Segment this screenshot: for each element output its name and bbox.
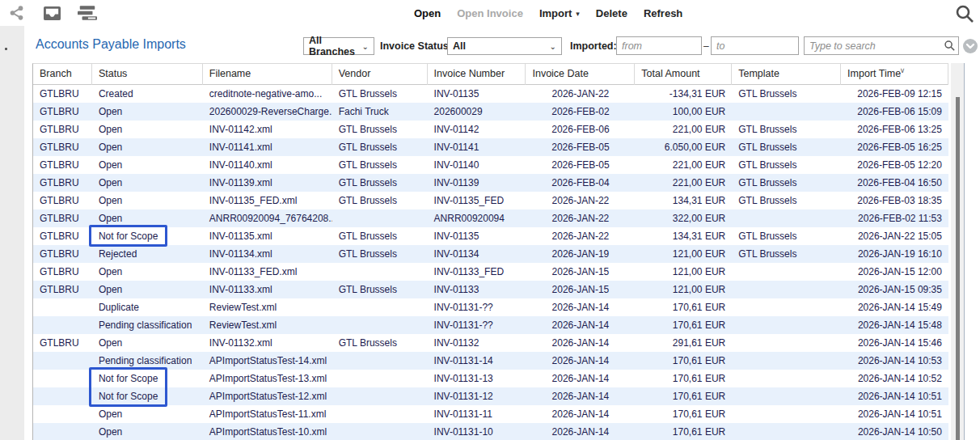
cell-total_amount: 121,00 EUR	[635, 263, 732, 281]
cell-total_amount: 322,00 EUR	[635, 209, 732, 227]
cell-invoice_number: INV-01131-??	[428, 298, 526, 316]
collapsed-left-panel[interactable]	[0, 26, 24, 440]
rows-icon[interactable]	[78, 4, 97, 22]
column-header-template[interactable]: Template	[732, 64, 841, 85]
cell-invoice_date: 2026-JAN-14	[526, 405, 635, 423]
cell-import_time: 2026-JAN-14 10:52	[841, 370, 948, 387]
cell-invoice_number: INV-01131-10	[428, 423, 526, 440]
cell-branch: GTLBRU	[33, 227, 92, 245]
cell-status: Open	[92, 334, 203, 352]
cell-template: GTL Brussels	[732, 138, 841, 156]
table-row[interactable]: GTLBRUOpen202600029-ReverseCharge...Fach…	[33, 103, 948, 121]
column-header-status[interactable]: Status	[92, 64, 203, 85]
cell-total_amount: 221,00 EUR	[635, 121, 732, 138]
search-icon[interactable]	[944, 40, 956, 52]
cell-filename: APImportStatusTest-12.xml	[203, 387, 332, 405]
cell-template	[732, 103, 841, 121]
cell-vendor: GTL Brussels	[332, 334, 428, 352]
table-row[interactable]: DuplicateReviewTest.xmlINV-01131-??2026-…	[33, 298, 948, 316]
table-row[interactable]: GTLBRUOpenINV-01139.xmlGTL BrusselsINV-0…	[33, 174, 948, 192]
cell-import_time: 2026-JAN-14 15:46	[841, 334, 948, 352]
cell-import_time: 2026-FEB-04 16:50	[841, 174, 948, 192]
column-header-label: Branch	[40, 68, 72, 79]
cell-status: Not for Scope	[92, 370, 203, 387]
cell-template: GTL Brussels	[732, 156, 841, 174]
cell-status: Duplicate	[92, 298, 203, 316]
cell-import_time: 2026-JAN-22 15:05	[841, 227, 948, 245]
open-invoice-button[interactable]: Open Invoice	[457, 7, 523, 19]
scrollbar-thumb[interactable]	[956, 97, 960, 440]
table-row[interactable]: GTLBRUOpenANRR00920094_76764208...ANRR00…	[33, 209, 948, 227]
table-search-input[interactable]	[805, 37, 942, 54]
cell-total_amount: 221,00 EUR	[635, 156, 732, 174]
refresh-button[interactable]: Refresh	[644, 7, 682, 19]
cell-status: Open	[92, 263, 203, 281]
table-row[interactable]: OpenAPImportStatusTest-10.xmlINV-01131-1…	[33, 423, 948, 440]
cell-invoice_number: INV-01133_FED	[428, 263, 526, 281]
open-button[interactable]: Open	[414, 7, 441, 19]
cell-invoice_date: 2026-JAN-22	[526, 209, 635, 227]
table-row[interactable]: GTLBRUOpenINV-01140.xmlGTL BrusselsINV-0…	[33, 156, 948, 174]
cell-branch	[33, 370, 92, 387]
inbox-icon[interactable]	[42, 4, 61, 22]
table-row[interactable]: GTLBRUNot for ScopeINV-01135.xmlGTL Brus…	[33, 227, 948, 245]
branch-filter-dropdown[interactable]: All Branches ⌄	[303, 37, 374, 55]
top-toolbar: Open Open Invoice Import▾ Delete Refresh	[0, 0, 980, 26]
cell-filename: APImportStatusTest-11.xml	[203, 405, 332, 423]
cell-branch: GTLBRU	[33, 192, 92, 209]
column-header-total_amount[interactable]: Total Amount	[635, 64, 732, 85]
cell-invoice_date: 2026-JAN-22	[526, 192, 635, 209]
global-search-icon[interactable]	[954, 3, 975, 24]
table-row[interactable]: GTLBRUOpenINV-01135_FED.xmlGTL BrusselsI…	[33, 192, 948, 209]
cell-import_time: 2026-JAN-14 10:51	[841, 405, 948, 423]
cell-status: Not for Scope	[92, 387, 203, 405]
imported-to-input[interactable]	[711, 36, 799, 55]
cell-template	[732, 334, 841, 352]
cell-invoice_date: 2026-JAN-14	[526, 423, 635, 440]
cell-total_amount: 134,31 EUR	[635, 227, 732, 245]
cell-import_time: 2026-JAN-14 15:49	[841, 298, 948, 316]
cell-invoice_number: INV-01131-??	[428, 316, 526, 334]
delete-button[interactable]: Delete	[596, 7, 627, 19]
column-header-branch[interactable]: Branch	[33, 64, 92, 85]
table-row[interactable]: GTLBRURejectedINV-01134.xmlGTL BrusselsI…	[33, 245, 948, 263]
table-row[interactable]: Not for ScopeAPImportStatusTest-12.xmlIN…	[33, 387, 948, 405]
cell-branch: GTLBRU	[33, 263, 92, 281]
cell-import_time: 2026-FEB-05 16:25	[841, 138, 948, 156]
cell-branch: GTLBRU	[33, 174, 92, 192]
import-button[interactable]: Import▾	[539, 7, 580, 19]
table-row[interactable]: GTLBRUOpenINV-01132.xmlGTL BrusselsINV-0…	[33, 334, 948, 352]
cell-branch	[33, 352, 92, 370]
column-header-invoice_date[interactable]: Invoice Date	[526, 64, 635, 85]
cell-invoice_number: INV-01140	[428, 156, 526, 174]
cell-filename: INV-01140.xml	[203, 156, 332, 174]
table-row[interactable]: GTLBRUOpenINV-01133_FED.xmlINV-01133_FED…	[33, 263, 948, 281]
cell-import_time: 2026-FEB-06 15:09	[841, 103, 948, 121]
cell-template	[732, 281, 841, 298]
share-icon[interactable]	[6, 4, 26, 22]
cell-invoice_number: INV-01141	[428, 138, 526, 156]
table-row[interactable]: GTLBRUOpenINV-01142.xmlGTL BrusselsINV-0…	[33, 121, 948, 138]
column-header-import_time[interactable]: Import Time∨	[841, 64, 948, 85]
cell-status: Open	[92, 103, 203, 121]
table-row[interactable]: Pending classificationAPImportStatusTest…	[33, 352, 948, 370]
cell-vendor	[332, 423, 428, 440]
column-header-invoice_number[interactable]: Invoice Number	[428, 64, 526, 85]
cell-invoice_date: 2026-FEB-05	[526, 138, 635, 156]
column-header-vendor[interactable]: Vendor	[332, 64, 428, 85]
table-row[interactable]: GTLBRUCreatedcreditnote-negative-amo...G…	[33, 85, 948, 103]
invoice-status-dropdown[interactable]: All ⌄	[447, 37, 562, 55]
cell-status: Pending classification	[92, 352, 203, 370]
expand-filter-panel-icon[interactable]	[963, 39, 978, 53]
table-row[interactable]: Pending classificationReviewTest.xmlINV-…	[33, 316, 948, 334]
table-row[interactable]: OpenAPImportStatusTest-11.xmlINV-01131-1…	[33, 405, 948, 423]
cell-status: Open	[92, 174, 203, 192]
table-row[interactable]: Not for ScopeAPImportStatusTest-13.xmlIN…	[33, 370, 948, 387]
table-row[interactable]: GTLBRUOpenINV-01133.xmlGTL BrusselsINV-0…	[33, 281, 948, 298]
column-header-filename[interactable]: Filename	[203, 64, 332, 85]
vertical-scrollbar[interactable]	[951, 63, 965, 440]
table-row[interactable]: GTLBRUOpenINV-01141.xmlGTL BrusselsINV-0…	[33, 138, 948, 156]
imported-from-input[interactable]	[616, 36, 702, 55]
cell-branch	[33, 423, 92, 440]
cell-status: Rejected	[92, 245, 203, 263]
